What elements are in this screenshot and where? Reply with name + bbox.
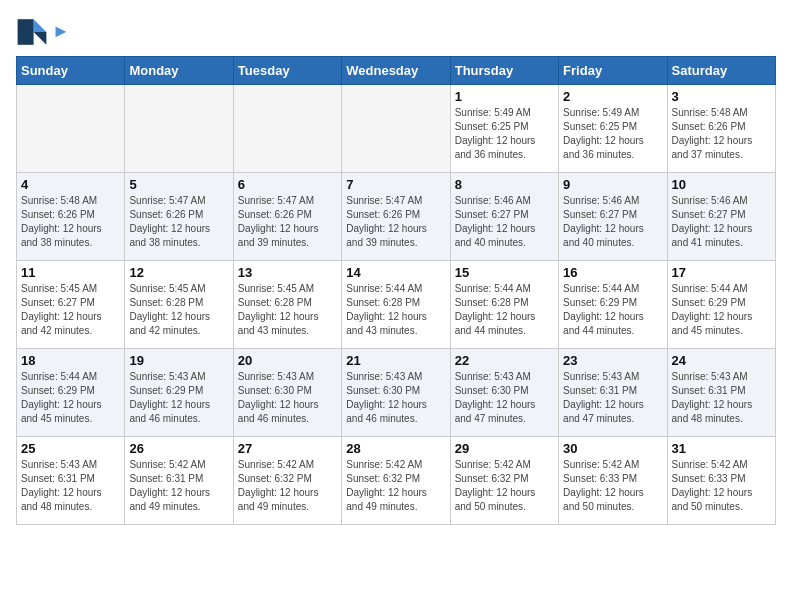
day-number: 19 — [129, 353, 228, 368]
day-number: 8 — [455, 177, 554, 192]
calendar-cell: 2Sunrise: 5:49 AM Sunset: 6:25 PM Daylig… — [559, 85, 667, 173]
day-number: 17 — [672, 265, 771, 280]
calendar-cell: 10Sunrise: 5:46 AM Sunset: 6:27 PM Dayli… — [667, 173, 775, 261]
calendar-table: SundayMondayTuesdayWednesdayThursdayFrid… — [16, 56, 776, 525]
day-number: 24 — [672, 353, 771, 368]
calendar-cell — [342, 85, 450, 173]
calendar-cell — [17, 85, 125, 173]
calendar-cell: 11Sunrise: 5:45 AM Sunset: 6:27 PM Dayli… — [17, 261, 125, 349]
calendar-cell: 24Sunrise: 5:43 AM Sunset: 6:31 PM Dayli… — [667, 349, 775, 437]
day-info: Sunrise: 5:44 AM Sunset: 6:29 PM Dayligh… — [21, 370, 120, 426]
calendar-cell: 15Sunrise: 5:44 AM Sunset: 6:28 PM Dayli… — [450, 261, 558, 349]
calendar-cell: 23Sunrise: 5:43 AM Sunset: 6:31 PM Dayli… — [559, 349, 667, 437]
day-number: 1 — [455, 89, 554, 104]
day-info: Sunrise: 5:48 AM Sunset: 6:26 PM Dayligh… — [672, 106, 771, 162]
logo-icon — [16, 16, 48, 48]
day-number: 22 — [455, 353, 554, 368]
day-info: Sunrise: 5:45 AM Sunset: 6:27 PM Dayligh… — [21, 282, 120, 338]
calendar-cell: 5Sunrise: 5:47 AM Sunset: 6:26 PM Daylig… — [125, 173, 233, 261]
weekday-header-monday: Monday — [125, 57, 233, 85]
day-number: 9 — [563, 177, 662, 192]
day-number: 31 — [672, 441, 771, 456]
day-number: 12 — [129, 265, 228, 280]
calendar-cell: 12Sunrise: 5:45 AM Sunset: 6:28 PM Dayli… — [125, 261, 233, 349]
calendar-week-row: 25Sunrise: 5:43 AM Sunset: 6:31 PM Dayli… — [17, 437, 776, 525]
calendar-cell — [233, 85, 341, 173]
day-info: Sunrise: 5:48 AM Sunset: 6:26 PM Dayligh… — [21, 194, 120, 250]
weekday-header-friday: Friday — [559, 57, 667, 85]
calendar-week-row: 1Sunrise: 5:49 AM Sunset: 6:25 PM Daylig… — [17, 85, 776, 173]
day-number: 18 — [21, 353, 120, 368]
calendar-cell: 31Sunrise: 5:42 AM Sunset: 6:33 PM Dayli… — [667, 437, 775, 525]
day-number: 13 — [238, 265, 337, 280]
day-info: Sunrise: 5:43 AM Sunset: 6:31 PM Dayligh… — [21, 458, 120, 514]
day-number: 7 — [346, 177, 445, 192]
day-info: Sunrise: 5:47 AM Sunset: 6:26 PM Dayligh… — [129, 194, 228, 250]
day-info: Sunrise: 5:44 AM Sunset: 6:29 PM Dayligh… — [563, 282, 662, 338]
day-info: Sunrise: 5:42 AM Sunset: 6:32 PM Dayligh… — [346, 458, 445, 514]
day-number: 20 — [238, 353, 337, 368]
calendar-week-row: 11Sunrise: 5:45 AM Sunset: 6:27 PM Dayli… — [17, 261, 776, 349]
day-info: Sunrise: 5:44 AM Sunset: 6:28 PM Dayligh… — [455, 282, 554, 338]
day-number: 23 — [563, 353, 662, 368]
day-number: 27 — [238, 441, 337, 456]
day-number: 25 — [21, 441, 120, 456]
day-info: Sunrise: 5:43 AM Sunset: 6:30 PM Dayligh… — [346, 370, 445, 426]
calendar-cell: 3Sunrise: 5:48 AM Sunset: 6:26 PM Daylig… — [667, 85, 775, 173]
weekday-header-tuesday: Tuesday — [233, 57, 341, 85]
day-info: Sunrise: 5:46 AM Sunset: 6:27 PM Dayligh… — [672, 194, 771, 250]
day-number: 15 — [455, 265, 554, 280]
calendar-cell: 4Sunrise: 5:48 AM Sunset: 6:26 PM Daylig… — [17, 173, 125, 261]
day-number: 6 — [238, 177, 337, 192]
day-info: Sunrise: 5:43 AM Sunset: 6:31 PM Dayligh… — [672, 370, 771, 426]
day-info: Sunrise: 5:42 AM Sunset: 6:33 PM Dayligh… — [672, 458, 771, 514]
calendar-cell: 22Sunrise: 5:43 AM Sunset: 6:30 PM Dayli… — [450, 349, 558, 437]
calendar-cell: 27Sunrise: 5:42 AM Sunset: 6:32 PM Dayli… — [233, 437, 341, 525]
svg-marker-1 — [34, 32, 47, 45]
day-info: Sunrise: 5:47 AM Sunset: 6:26 PM Dayligh… — [346, 194, 445, 250]
weekday-header-sunday: Sunday — [17, 57, 125, 85]
logo-symbol: ► — [52, 21, 70, 41]
day-number: 4 — [21, 177, 120, 192]
day-number: 11 — [21, 265, 120, 280]
calendar-cell: 1Sunrise: 5:49 AM Sunset: 6:25 PM Daylig… — [450, 85, 558, 173]
calendar-cell: 17Sunrise: 5:44 AM Sunset: 6:29 PM Dayli… — [667, 261, 775, 349]
calendar-cell: 6Sunrise: 5:47 AM Sunset: 6:26 PM Daylig… — [233, 173, 341, 261]
weekday-header-wednesday: Wednesday — [342, 57, 450, 85]
calendar-cell: 20Sunrise: 5:43 AM Sunset: 6:30 PM Dayli… — [233, 349, 341, 437]
weekday-header-thursday: Thursday — [450, 57, 558, 85]
day-number: 14 — [346, 265, 445, 280]
weekday-header-saturday: Saturday — [667, 57, 775, 85]
day-number: 2 — [563, 89, 662, 104]
calendar-cell: 30Sunrise: 5:42 AM Sunset: 6:33 PM Dayli… — [559, 437, 667, 525]
calendar-cell: 9Sunrise: 5:46 AM Sunset: 6:27 PM Daylig… — [559, 173, 667, 261]
calendar-cell: 14Sunrise: 5:44 AM Sunset: 6:28 PM Dayli… — [342, 261, 450, 349]
calendar-week-row: 4Sunrise: 5:48 AM Sunset: 6:26 PM Daylig… — [17, 173, 776, 261]
day-number: 3 — [672, 89, 771, 104]
day-info: Sunrise: 5:43 AM Sunset: 6:31 PM Dayligh… — [563, 370, 662, 426]
calendar-cell: 7Sunrise: 5:47 AM Sunset: 6:26 PM Daylig… — [342, 173, 450, 261]
logo-text: ► — [52, 22, 70, 42]
day-number: 26 — [129, 441, 228, 456]
day-info: Sunrise: 5:42 AM Sunset: 6:32 PM Dayligh… — [455, 458, 554, 514]
day-info: Sunrise: 5:49 AM Sunset: 6:25 PM Dayligh… — [455, 106, 554, 162]
calendar-cell: 28Sunrise: 5:42 AM Sunset: 6:32 PM Dayli… — [342, 437, 450, 525]
svg-rect-2 — [18, 19, 34, 45]
calendar-cell: 18Sunrise: 5:44 AM Sunset: 6:29 PM Dayli… — [17, 349, 125, 437]
day-number: 10 — [672, 177, 771, 192]
calendar-cell — [125, 85, 233, 173]
day-info: Sunrise: 5:42 AM Sunset: 6:31 PM Dayligh… — [129, 458, 228, 514]
day-info: Sunrise: 5:44 AM Sunset: 6:28 PM Dayligh… — [346, 282, 445, 338]
day-info: Sunrise: 5:42 AM Sunset: 6:33 PM Dayligh… — [563, 458, 662, 514]
day-info: Sunrise: 5:47 AM Sunset: 6:26 PM Dayligh… — [238, 194, 337, 250]
page-header: ► — [16, 16, 776, 48]
day-number: 21 — [346, 353, 445, 368]
calendar-cell: 8Sunrise: 5:46 AM Sunset: 6:27 PM Daylig… — [450, 173, 558, 261]
day-info: Sunrise: 5:49 AM Sunset: 6:25 PM Dayligh… — [563, 106, 662, 162]
day-info: Sunrise: 5:43 AM Sunset: 6:30 PM Dayligh… — [455, 370, 554, 426]
day-number: 16 — [563, 265, 662, 280]
day-number: 28 — [346, 441, 445, 456]
calendar-header-row: SundayMondayTuesdayWednesdayThursdayFrid… — [17, 57, 776, 85]
day-info: Sunrise: 5:45 AM Sunset: 6:28 PM Dayligh… — [129, 282, 228, 338]
day-number: 30 — [563, 441, 662, 456]
